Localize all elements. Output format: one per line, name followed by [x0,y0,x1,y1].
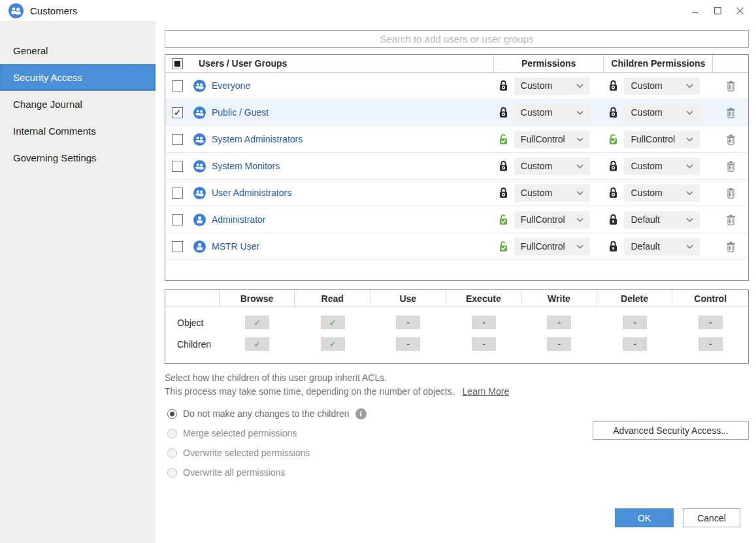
radio-icon[interactable] [167,409,177,419]
table-row-everyone[interactable]: Everyone Custom [165,73,748,99]
table-row-system-administrators[interactable]: System Administrators FullControl [165,126,748,153]
user-group-name[interactable]: System Monitors [212,161,280,171]
row-checkbox[interactable] [172,80,183,91]
children-permissions-dropdown[interactable]: Custom [624,104,700,122]
row-checkbox[interactable] [172,188,183,199]
permission-toggle-children-browse[interactable] [245,337,269,351]
row-checkbox[interactable] [172,161,183,172]
permission-toggle-object-use[interactable] [396,316,420,329]
children-permissions-dropdown[interactable]: Custom [624,184,700,202]
permissions-dropdown[interactable]: FullControl [514,211,590,229]
table-row-public-guest[interactable]: Public / Guest Custom [165,99,748,126]
children-permissions-dropdown[interactable]: FullControl [624,131,700,148]
user-group-name[interactable]: Public / Guest [212,107,269,118]
row-checkbox[interactable] [172,241,183,252]
permissions-dropdown[interactable]: Custom [514,104,590,122]
radio-icon[interactable] [167,429,177,438]
matrix-column-control: Control [672,290,748,306]
delete-row-button[interactable] [726,241,736,252]
chevron-down-icon [686,218,693,222]
user-group-name[interactable]: System Administrators [212,134,303,144]
option-overwrite-selected[interactable]: Overwrite selected permissions [165,443,367,463]
radio-icon[interactable] [167,448,177,458]
permissions-value: Custom [521,107,552,118]
matrix-column-use: Use [370,290,446,306]
user-group-name[interactable]: Everyone [212,80,250,91]
permissions-dropdown[interactable]: Custom [514,157,590,175]
permission-toggle-children-delete[interactable] [623,337,647,351]
row-checkbox[interactable] [172,134,183,145]
sidebar-item-change-journal[interactable]: Change Journal [0,91,156,118]
close-button[interactable] [731,3,748,18]
permissions-dropdown[interactable]: FullControl [514,131,590,148]
permissions-value: Custom [521,161,552,171]
radio-icon[interactable] [167,468,177,478]
children-permissions-cell: Custom [604,184,713,202]
permission-toggle-children-control[interactable] [698,337,723,351]
children-permissions-dropdown[interactable]: Default [624,238,700,255]
sidebar-item-governing-settings[interactable]: Governing Settings [0,144,156,171]
permission-toggle-children-write[interactable] [547,337,571,351]
matrix-column-execute: Execute [446,290,522,306]
delete-row-button[interactable] [726,134,736,145]
children-permissions-dropdown[interactable]: Default [624,211,700,229]
info-icon[interactable] [355,408,367,420]
table-row-user-administrators[interactable]: User Administrators Custom [165,180,748,206]
table-row-mstr-user[interactable]: MSTR User FullControl [165,233,748,260]
search-input[interactable] [165,30,749,48]
user-group-name[interactable]: MSTR User [212,241,259,252]
permission-toggle-object-execute[interactable] [472,316,496,329]
permission-toggle-object-browse[interactable] [245,316,269,329]
user-icon [193,214,206,226]
permissions-cell: Custom [494,184,604,202]
learn-more-link[interactable]: Learn More [463,386,510,397]
permission-toggle-children-use[interactable] [396,337,420,351]
option-overwrite-all[interactable]: Overwrite all permissions [165,463,367,482]
permission-toggle-object-read[interactable] [321,316,345,329]
option-label: Overwrite all permissions [183,467,285,478]
padlock-icon [498,106,509,119]
delete-row-button[interactable] [726,188,736,199]
unlocked-check-icon [498,240,509,253]
option-label: Do not make any changes to the children [183,408,350,419]
row-checkbox[interactable] [172,214,183,225]
permission-toggle-children-read[interactable] [321,337,345,351]
permission-toggle-object-delete[interactable] [623,316,647,329]
sidebar-item-label: General [13,45,48,56]
table-row-system-monitors[interactable]: System Monitors Custom [165,153,748,180]
delete-row-button[interactable] [726,107,736,118]
permissions-dropdown[interactable]: FullControl [514,238,590,255]
cancel-button[interactable]: Cancel [683,508,740,527]
user-group-name[interactable]: Administrator [212,214,265,225]
table-row-administrator[interactable]: Administrator FullControl [165,206,748,233]
permission-toggle-children-execute[interactable] [472,337,496,351]
delete-row-button[interactable] [726,80,736,91]
ok-button[interactable]: OK [615,508,674,527]
children-permissions-value: Default [631,214,659,225]
sidebar-item-internal-comments[interactable]: Internal Comments [0,118,156,144]
row-checkbox[interactable] [172,107,183,118]
sidebar-item-security-access[interactable]: Security Access [0,64,156,91]
option-no-changes[interactable]: Do not make any changes to the children [165,404,367,423]
permission-toggle-object-write[interactable] [547,316,571,329]
select-all-checkbox[interactable] [172,58,183,69]
maximize-button[interactable] [709,3,726,18]
permission-toggle-object-control[interactable] [698,316,723,329]
children-permissions-value: Default [631,241,659,252]
delete-row-button[interactable] [726,161,736,172]
user-group-name[interactable]: User Administrators [212,188,291,198]
permissions-dropdown[interactable]: Custom [514,184,590,202]
security-access-panel: Users / User Groups Permissions Children… [156,21,756,543]
advanced-security-access-button[interactable]: Advanced Security Access... [593,421,749,440]
sidebar-item-general[interactable]: General [0,37,156,64]
delete-row-button[interactable] [726,214,736,225]
matrix-row-label: Children [165,339,220,350]
option-merge-permissions[interactable]: Merge selected permissions [165,423,367,443]
padlock-icon [498,186,509,199]
column-header-users: Users / User Groups [199,58,287,69]
children-permissions-dropdown[interactable]: Custom [624,77,700,95]
minimize-button[interactable] [687,3,704,18]
children-permissions-dropdown[interactable]: Custom [624,157,700,175]
permissions-dropdown[interactable]: Custom [514,77,590,95]
sidebar: General Security Access Change Journal I… [0,21,156,543]
